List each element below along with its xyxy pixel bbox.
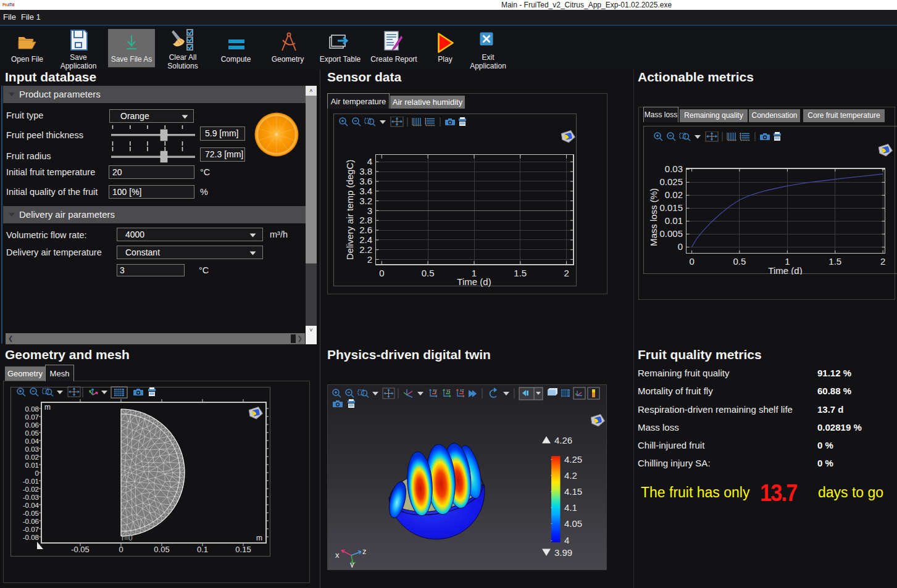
svg-text:0.005: 0.005	[659, 228, 683, 239]
svg-text:xz: xz	[460, 388, 464, 392]
svg-text:4.26: 4.26	[554, 435, 572, 445]
svg-text:-0.07: -0.07	[23, 526, 39, 533]
svg-text:m: m	[256, 534, 262, 542]
svg-text:xy: xy	[433, 388, 437, 393]
svg-text:0.06: 0.06	[25, 421, 39, 429]
svg-text:0: 0	[689, 256, 694, 267]
svg-text:4.25: 4.25	[564, 454, 582, 465]
svg-text:y: y	[350, 560, 354, 568]
svg-text:3.4: 3.4	[359, 186, 372, 196]
svg-text:2.8: 2.8	[359, 215, 372, 225]
svg-text:0.04: 0.04	[25, 437, 40, 445]
svg-text:0.01: 0.01	[665, 215, 683, 226]
svg-text:0.15: 0.15	[235, 545, 251, 554]
svg-text:3.6: 3.6	[359, 176, 372, 186]
svg-text:0.02: 0.02	[25, 453, 39, 461]
svg-text:-0.01: -0.01	[23, 478, 39, 485]
svg-text:0.015: 0.015	[659, 202, 683, 213]
svg-text:0.07: 0.07	[25, 413, 39, 421]
svg-text:1.5: 1.5	[514, 268, 527, 278]
svg-text:2.2: 2.2	[359, 244, 372, 255]
svg-text:0.1: 0.1	[197, 545, 208, 554]
svg-text:4.2: 4.2	[564, 470, 577, 481]
svg-text:z: z	[362, 547, 367, 556]
svg-text:Time (d): Time (d)	[457, 276, 491, 287]
svg-text:Delivery air temp (degC): Delivery air temp (degC)	[344, 160, 355, 260]
svg-text:4: 4	[367, 156, 372, 167]
svg-text:0: 0	[379, 268, 384, 278]
svg-text:3.2: 3.2	[359, 196, 372, 206]
svg-text:Mass loss (%): Mass loss (%)	[649, 188, 659, 246]
svg-text:Time (d): Time (d)	[768, 265, 802, 275]
svg-text:3: 3	[367, 205, 372, 216]
svg-text:0.5: 0.5	[422, 268, 435, 278]
svg-text:2: 2	[880, 256, 885, 267]
svg-text:-0.02: -0.02	[23, 486, 39, 493]
svg-text:x: x	[335, 550, 340, 560]
svg-text:1.5: 1.5	[828, 256, 841, 267]
svg-text:0.025: 0.025	[659, 176, 683, 187]
svg-text:2.6: 2.6	[359, 225, 372, 235]
svg-text:0.05: 0.05	[154, 545, 169, 554]
svg-text:-0.06: -0.06	[23, 518, 39, 525]
svg-text:0.5: 0.5	[733, 256, 746, 267]
svg-text:0: 0	[35, 470, 39, 477]
svg-text:m: m	[44, 403, 51, 412]
svg-text:2: 2	[564, 268, 569, 278]
svg-text:2.4: 2.4	[359, 234, 372, 245]
svg-text:4.15: 4.15	[564, 486, 582, 497]
svg-text:0.01: 0.01	[25, 462, 39, 469]
svg-text:-0.04: -0.04	[23, 502, 40, 509]
svg-text:r=0: r=0	[122, 534, 133, 542]
svg-text:0.03: 0.03	[25, 445, 39, 453]
svg-text:3.99: 3.99	[554, 547, 572, 558]
svg-text:-0.05: -0.05	[23, 510, 39, 517]
svg-text:yz: yz	[446, 388, 451, 393]
svg-text:4.1: 4.1	[564, 502, 577, 513]
svg-text:0.03: 0.03	[665, 164, 683, 174]
svg-text:0.02: 0.02	[665, 189, 683, 200]
svg-text:-0.03: -0.03	[23, 494, 39, 501]
svg-text:0: 0	[119, 545, 123, 554]
svg-text:-0.05: -0.05	[71, 545, 90, 554]
svg-text:4: 4	[564, 535, 569, 545]
svg-text:0.05: 0.05	[25, 429, 39, 437]
svg-text:4.05: 4.05	[564, 518, 582, 529]
svg-text:3.8: 3.8	[359, 166, 372, 176]
svg-text:2: 2	[367, 254, 372, 265]
svg-text:-0.08: -0.08	[23, 534, 39, 541]
svg-text:0: 0	[678, 241, 683, 252]
svg-text:0.08: 0.08	[25, 405, 39, 413]
